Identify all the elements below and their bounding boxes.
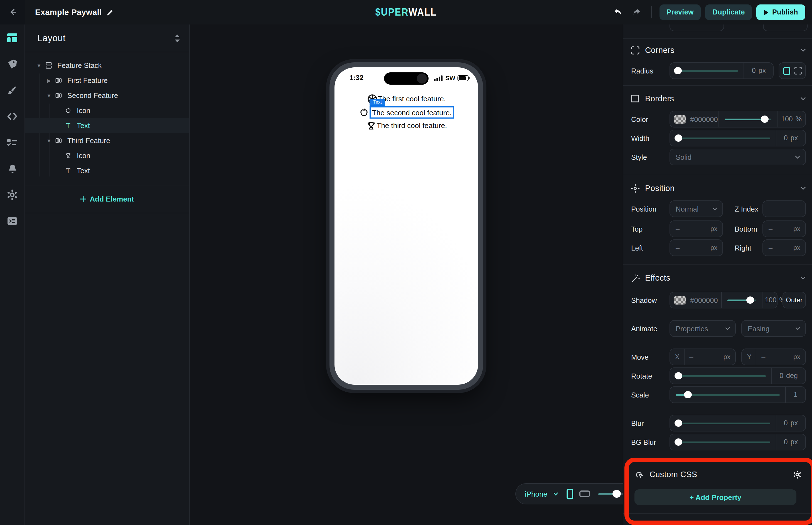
radius-slider-control[interactable]: 0px: [670, 62, 774, 79]
chevron-down-icon: [795, 327, 800, 330]
rotate-row: Rotate 0deg: [631, 368, 806, 384]
tree-item-text[interactable]: T Text: [25, 163, 189, 178]
tree-item-icon[interactable]: Icon: [25, 148, 189, 163]
border-color-control[interactable]: #000000 100%: [670, 111, 806, 127]
tree-item-icon[interactable]: Icon: [25, 103, 189, 118]
top-bar: Example Paywall $UPERWALL Preview Duplic…: [0, 0, 812, 25]
radius-mode-toggle[interactable]: [779, 62, 806, 79]
chevron-down-icon[interactable]: [553, 492, 558, 495]
feature-row-3[interactable]: The third cool feature.: [366, 120, 447, 131]
tree-item-third-feature[interactable]: ▼ Third Feature: [25, 133, 189, 148]
layout-tool-icon[interactable]: [7, 32, 18, 43]
scale-row: Scale 1: [631, 386, 806, 403]
right-input[interactable]: –px: [763, 239, 806, 256]
bottom-input[interactable]: –px: [763, 221, 806, 237]
move-y-input[interactable]: Y – px: [741, 348, 806, 365]
move-x-input[interactable]: X – px: [670, 348, 736, 365]
shadow-color-control[interactable]: #000000 100%: [670, 292, 778, 309]
tree-label: Icon: [77, 151, 90, 160]
caret-down-icon[interactable]: ▼: [36, 63, 42, 68]
radius-row: Radius 0px: [631, 62, 806, 79]
custom-css-gear-icon[interactable]: [793, 470, 801, 479]
status-time: 1:32: [350, 74, 364, 82]
gear-tool-icon[interactable]: [7, 189, 18, 200]
caret-right-icon[interactable]: ▶: [46, 78, 52, 83]
checklist-tool-icon[interactable]: [7, 137, 18, 148]
back-button[interactable]: [0, 0, 25, 25]
uniform-radius-icon[interactable]: [783, 66, 790, 75]
landscape-orientation-icon[interactable]: [580, 491, 590, 497]
color-hex-value[interactable]: #000000: [690, 115, 718, 123]
add-property-button[interactable]: + Add Property: [634, 489, 796, 505]
border-width-slider[interactable]: 0px: [670, 130, 806, 147]
top-input[interactable]: –px: [670, 221, 723, 237]
feature-row-2-selected[interactable]: Text The second cool feature.: [359, 106, 454, 118]
add-element-button[interactable]: Add Element: [25, 185, 189, 213]
scale-slider[interactable]: 1: [670, 386, 806, 403]
redo-icon[interactable]: [629, 8, 643, 17]
trophy-icon: [64, 151, 72, 160]
phone-screen[interactable]: 1:32 SW The first c: [335, 68, 478, 385]
effects-section-header[interactable]: Effects: [631, 272, 806, 283]
apple-icon: [359, 107, 370, 118]
borders-section-header[interactable]: Borders: [631, 93, 806, 104]
rotate-slider[interactable]: 0deg: [670, 368, 806, 384]
chevron-down-icon[interactable]: [800, 48, 806, 52]
blur-row: Blur 0px: [631, 415, 806, 432]
tree-label: Text: [77, 121, 90, 130]
feature-text[interactable]: The third cool feature.: [377, 121, 447, 130]
portrait-orientation-icon[interactable]: [567, 489, 573, 499]
border-opacity-slider[interactable]: [719, 111, 777, 127]
bell-tool-icon[interactable]: [7, 163, 18, 174]
zindex-input[interactable]: [763, 200, 806, 217]
per-corner-radius-icon[interactable]: [794, 67, 802, 75]
plus-icon: [80, 196, 87, 202]
corners-icon: [631, 46, 640, 54]
publish-button[interactable]: Publish: [756, 4, 805, 20]
border-style-dropdown[interactable]: Solid: [670, 149, 806, 165]
left-input[interactable]: –px: [670, 239, 723, 256]
carrier-label: SW: [445, 75, 455, 81]
bg-blur-slider[interactable]: 0px: [670, 434, 806, 450]
canvas[interactable]: 1:32 SW The first c: [190, 25, 623, 525]
corners-section-header[interactable]: Corners: [631, 45, 806, 56]
blur-slider[interactable]: 0px: [670, 415, 806, 432]
terminal-tool-icon[interactable]: [7, 215, 18, 227]
edit-title-icon[interactable]: [106, 9, 113, 16]
toolbar-divider: [651, 6, 652, 18]
code-tool-icon[interactable]: [7, 111, 18, 122]
chevron-down-icon[interactable]: [800, 186, 806, 190]
feature-text[interactable]: The first cool feature.: [378, 95, 446, 103]
chevron-down-icon[interactable]: [800, 276, 806, 280]
shadow-opacity-slider[interactable]: [722, 292, 762, 308]
sort-icon[interactable]: [174, 34, 180, 42]
tree-item-second-feature[interactable]: ▼ Second Feature: [25, 88, 189, 103]
custom-css-section-header[interactable]: Custom CSS: [635, 469, 801, 480]
chevron-down-icon[interactable]: [800, 97, 806, 100]
device-select[interactable]: iPhone: [525, 490, 547, 498]
phone-mockup: 1:32 SW The first c: [330, 62, 483, 390]
selected-text-element[interactable]: Text The second cool feature.: [370, 106, 454, 118]
paintbrush-tool-icon[interactable]: [7, 85, 18, 96]
animate-easing-dropdown[interactable]: Easing: [741, 320, 806, 337]
text-icon: T: [64, 121, 72, 130]
duplicate-button[interactable]: Duplicate: [705, 4, 752, 20]
caret-down-icon[interactable]: ▼: [46, 93, 52, 98]
undo-icon[interactable]: [611, 8, 625, 17]
tree-item-text-selected[interactable]: T Text: [25, 118, 189, 133]
shadow-outer-button[interactable]: Outer: [782, 292, 806, 309]
tree-item-feature-stack[interactable]: ▼ Feature Stack: [25, 58, 189, 73]
color-swatch[interactable]: [674, 296, 686, 304]
position-mode-dropdown[interactable]: Normal: [670, 200, 723, 217]
animate-properties-dropdown[interactable]: Properties: [670, 320, 736, 337]
shadow-hex-value[interactable]: #000000: [690, 296, 718, 304]
feature-text[interactable]: The second cool feature.: [372, 108, 451, 117]
color-swatch[interactable]: [674, 115, 686, 123]
position-section-header[interactable]: Position: [631, 183, 806, 194]
preview-button[interactable]: Preview: [659, 4, 701, 20]
tree-item-first-feature[interactable]: ▶ First Feature: [25, 73, 189, 88]
tag-tool-icon[interactable]: [7, 58, 18, 70]
caret-down-icon[interactable]: ▼: [46, 138, 52, 144]
signal-icon: [434, 75, 443, 81]
cutoff-input: [763, 25, 808, 31]
